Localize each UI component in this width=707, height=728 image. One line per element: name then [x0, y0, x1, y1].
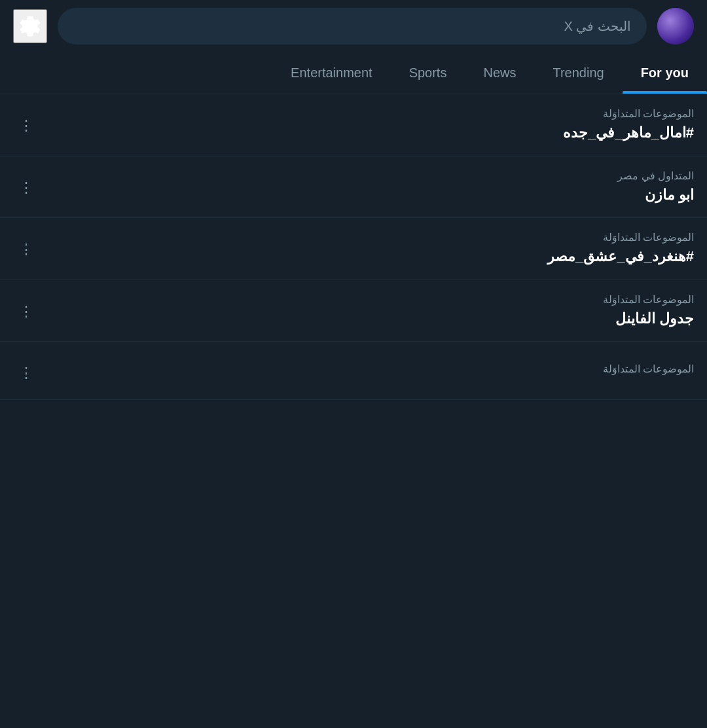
gear-icon	[18, 14, 42, 38]
trending-title: #هنغرد_في_عشق_مصر	[39, 247, 694, 266]
trending-category: الموضوعات المتداوَلة	[39, 107, 694, 120]
list-item[interactable]: ⋮ الموضوعات المتداوَلة	[0, 342, 707, 400]
settings-button[interactable]	[13, 9, 47, 43]
trending-title: جدول الفاينل	[39, 310, 694, 329]
trending-category: الموضوعات المتداوَلة	[39, 293, 694, 306]
search-bar[interactable]: البحث في X	[58, 8, 647, 45]
list-item[interactable]: ⋮ المتداول في مصر ابو مازن	[0, 156, 707, 219]
trending-content: المتداول في مصر ابو مازن	[39, 170, 694, 205]
tab-for-you[interactable]: For you	[623, 52, 707, 94]
trending-content: الموضوعات المتداوَلة جدول الفاينل	[39, 293, 694, 329]
trending-title: ابو مازن	[39, 186, 694, 205]
list-item[interactable]: ⋮ الموضوعات المتداوَلة #هنغرد_في_عشق_مصر	[0, 218, 707, 280]
more-options-button[interactable]: ⋮	[13, 236, 39, 263]
list-item[interactable]: ⋮ الموضوعات المتداوَلة جدول الفاينل	[0, 280, 707, 342]
more-options-button[interactable]: ⋮	[13, 299, 39, 325]
trending-category: المتداول في مصر	[39, 170, 694, 182]
trending-title: #امال_ماهر_في_جده	[39, 124, 694, 143]
trending-content: الموضوعات المتداوَلة	[39, 363, 694, 379]
tab-trending[interactable]: Trending	[534, 52, 622, 94]
header: البحث في X	[0, 0, 707, 52]
trending-category: الموضوعات المتداوَلة	[39, 363, 694, 375]
more-options-button[interactable]: ⋮	[13, 113, 39, 139]
trending-list: ⋮ الموضوعات المتداوَلة #امال_ماهر_في_جده…	[0, 94, 707, 400]
tab-entertainment[interactable]: Entertainment	[272, 52, 391, 94]
tabs-nav: For you Trending News Sports Entertainme…	[0, 52, 707, 94]
tab-news[interactable]: News	[465, 52, 534, 94]
avatar-image	[657, 8, 694, 45]
avatar[interactable]	[657, 8, 694, 45]
more-options-button[interactable]: ⋮	[13, 360, 39, 386]
more-options-button[interactable]: ⋮	[13, 175, 39, 201]
search-placeholder: البحث في X	[564, 18, 631, 34]
trending-content: الموضوعات المتداوَلة #هنغرد_في_عشق_مصر	[39, 231, 694, 266]
trending-category: الموضوعات المتداوَلة	[39, 231, 694, 244]
list-item[interactable]: ⋮ الموضوعات المتداوَلة #امال_ماهر_في_جده	[0, 94, 707, 156]
trending-content: الموضوعات المتداوَلة #امال_ماهر_في_جده	[39, 107, 694, 143]
tab-sports[interactable]: Sports	[391, 52, 465, 94]
